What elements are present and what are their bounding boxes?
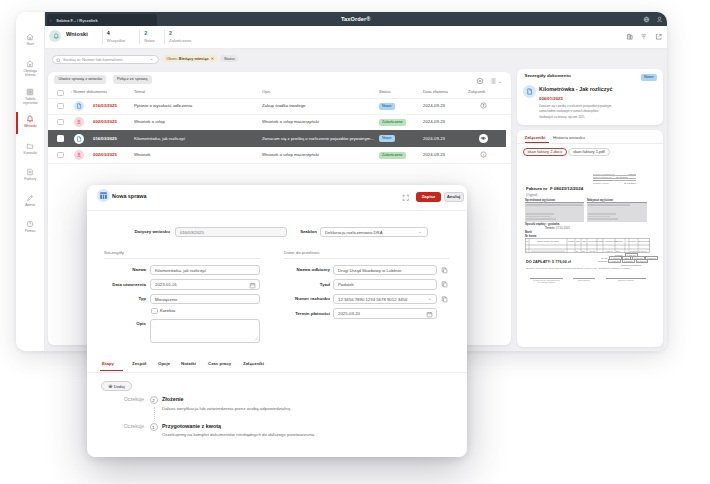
- svg-text:Wartość brutto: Wartość brutto: [639, 240, 650, 242]
- svg-text:23%: 23%: [616, 250, 620, 252]
- svg-text:Jedn: Jedn: [582, 240, 586, 242]
- svg-text:Rabat: Rabat: [598, 240, 604, 242]
- svg-text:Ilość: Ilość: [576, 240, 580, 242]
- svg-text:Stawka: Stawka: [616, 240, 623, 242]
- svg-text:10: 10: [576, 250, 579, 252]
- svg-text:1: 1: [526, 250, 528, 252]
- svg-text:Lp: Lp: [526, 240, 529, 242]
- svg-text:Symbol: Symbol: [568, 240, 575, 242]
- svg-text:Nazwa towaru lub usługi: Nazwa towaru lub usługi: [537, 240, 559, 242]
- svg-text:szt: szt: [582, 250, 585, 252]
